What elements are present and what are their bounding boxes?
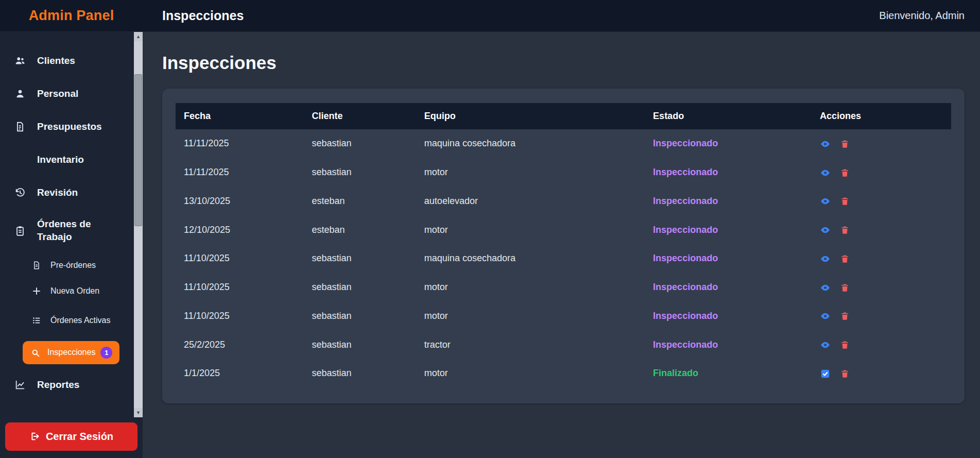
cell-acciones (812, 359, 951, 388)
page-title: Inspecciones (162, 53, 965, 73)
cell-equipo: tractor (416, 330, 645, 359)
eye-icon[interactable] (820, 340, 831, 350)
eye-icon[interactable] (820, 139, 831, 149)
cell-equipo: motor (416, 158, 645, 187)
inspections-table-body: 11/11/2025sebastianmaquina cosechadoraIn… (176, 129, 951, 388)
history-icon (14, 187, 26, 198)
trash-icon[interactable] (840, 283, 850, 293)
cell-cliente: sebastian (303, 244, 416, 273)
cell-equipo: maquina cosechadora (416, 129, 645, 158)
cell-fecha: 11/11/2025 (176, 129, 303, 158)
sidebar-item-label: Presupuestos (37, 121, 102, 133)
logout-label: Cerrar Sesión (46, 431, 113, 443)
inspections-card: Fecha Cliente Equipo Estado Acciones 11/… (162, 89, 965, 403)
sidebar-subitem-inspecciones-active[interactable]: Inspecciones 1 (23, 341, 119, 364)
status-badge: Inspeccionado (653, 225, 718, 235)
cell-cliente: esteban (303, 215, 416, 244)
cell-fecha: 11/10/2025 (176, 302, 303, 331)
eye-icon[interactable] (820, 282, 831, 293)
sidebar-item-clientes[interactable]: Clientes (0, 44, 134, 77)
trash-icon[interactable] (840, 340, 850, 350)
eye-icon[interactable] (820, 311, 831, 321)
inspections-table: Fecha Cliente Equipo Estado Acciones 11/… (176, 103, 951, 388)
sidebar-item-personal[interactable]: Personal (0, 77, 134, 110)
cell-fecha: 11/11/2025 (176, 158, 303, 187)
search-icon (31, 348, 40, 358)
cell-acciones (812, 215, 951, 244)
status-badge: Inspeccionado (653, 282, 718, 292)
trash-icon[interactable] (840, 254, 850, 264)
sidebar-item-label: Personal (37, 88, 78, 100)
status-badge: Finalizado (653, 368, 698, 378)
eye-icon[interactable] (820, 196, 831, 207)
document-icon (32, 261, 41, 270)
chart-icon (14, 379, 26, 391)
cell-fecha: 13/10/2025 (176, 187, 303, 216)
sidebar-subitem-ordenes-activas[interactable]: Órdenes Activas (0, 304, 134, 337)
topbar: Admin Panel Inspecciones Bienvenido, Adm… (0, 0, 980, 32)
trash-icon[interactable] (840, 225, 850, 235)
trash-icon[interactable] (840, 168, 850, 178)
notification-badge: 1 (100, 347, 112, 359)
brand: Admin Panel (29, 8, 114, 24)
cell-equipo: motor (416, 302, 645, 331)
header-title: Inspecciones (162, 8, 244, 23)
cell-estado: Inspeccionado (645, 158, 812, 187)
table-row: 11/10/2025sebastianmaquina cosechadoraIn… (176, 244, 951, 273)
sidebar-scrollbar[interactable]: ▲ ▼ (134, 32, 143, 417)
scrollbar-up-arrow[interactable]: ▲ (134, 32, 143, 41)
scrollbar-down-arrow[interactable]: ▼ (134, 408, 143, 417)
users-icon (14, 55, 26, 66)
scrollbar-thumb[interactable] (134, 74, 142, 226)
sidebar-item-presupuestos[interactable]: Presupuestos (0, 110, 134, 143)
cell-estado: Inspeccionado (645, 302, 812, 331)
sidebar-subitem-nueva-orden[interactable]: Nueva Orden (0, 278, 134, 304)
column-header-acciones: Acciones (812, 103, 951, 129)
cell-equipo: motor (416, 359, 645, 388)
brand-box: Admin Panel (0, 8, 143, 24)
main-content: Inspecciones Fecha Cliente Equipo Estado… (143, 32, 980, 458)
cell-estado: Inspeccionado (645, 330, 812, 359)
cell-acciones (812, 158, 951, 187)
body-row: Clientes Personal Presupuestos I (0, 32, 980, 458)
table-row: 1/1/2025sebastianmotorFinalizado (176, 359, 951, 388)
trash-icon[interactable] (840, 311, 850, 321)
trash-icon[interactable] (840, 369, 850, 379)
sidebar-item-ordenes-de-trabajo[interactable]: Órdenes de Trabajo (0, 209, 134, 252)
status-badge: Inspeccionado (653, 340, 718, 350)
sidebar-item-inventario[interactable]: Inventario (0, 143, 134, 176)
status-badge: Inspeccionado (653, 138, 718, 148)
invoice-icon (14, 121, 26, 132)
trash-icon[interactable] (840, 139, 850, 149)
sidebar-subitem-pre-ordenes[interactable]: Pre-órdenes (0, 252, 134, 278)
sidebar: Clientes Personal Presupuestos I (0, 32, 143, 458)
status-badge: Inspeccionado (653, 196, 718, 206)
checkbox-icon[interactable] (820, 368, 831, 379)
cell-cliente: sebastian (303, 273, 416, 302)
table-header: Fecha Cliente Equipo Estado Acciones (176, 103, 951, 129)
logout-area: Cerrar Sesión (0, 415, 143, 458)
cell-acciones (812, 187, 951, 216)
status-badge: Inspeccionado (653, 167, 718, 177)
cell-equipo: motor (416, 273, 645, 302)
cell-cliente: sebastian (303, 129, 416, 158)
cell-acciones (812, 302, 951, 331)
cell-cliente: sebastian (303, 158, 416, 187)
welcome-text: Bienvenido, Admin (879, 10, 965, 22)
app-root: Admin Panel Inspecciones Bienvenido, Adm… (0, 0, 980, 458)
plus-icon (32, 286, 41, 296)
trash-icon[interactable] (840, 196, 850, 206)
column-header-equipo: Equipo (416, 103, 645, 129)
sidebar-item-revision[interactable]: Revisión (0, 176, 134, 209)
cell-estado: Finalizado (645, 359, 812, 388)
table-row: 11/10/2025sebastianmotorInspeccionado (176, 302, 951, 331)
eye-icon[interactable] (820, 225, 831, 235)
table-row: 12/10/2025estebanmotorInspeccionado (176, 215, 951, 244)
eye-icon[interactable] (820, 167, 831, 178)
sidebar-item-label: Reportes (37, 379, 79, 392)
logout-button[interactable]: Cerrar Sesión (5, 422, 137, 451)
eye-icon[interactable] (820, 253, 831, 264)
cell-fecha: 11/10/2025 (176, 273, 303, 302)
sidebar-item-reportes[interactable]: Reportes (0, 368, 134, 401)
scrollbar-track[interactable] (134, 41, 143, 408)
